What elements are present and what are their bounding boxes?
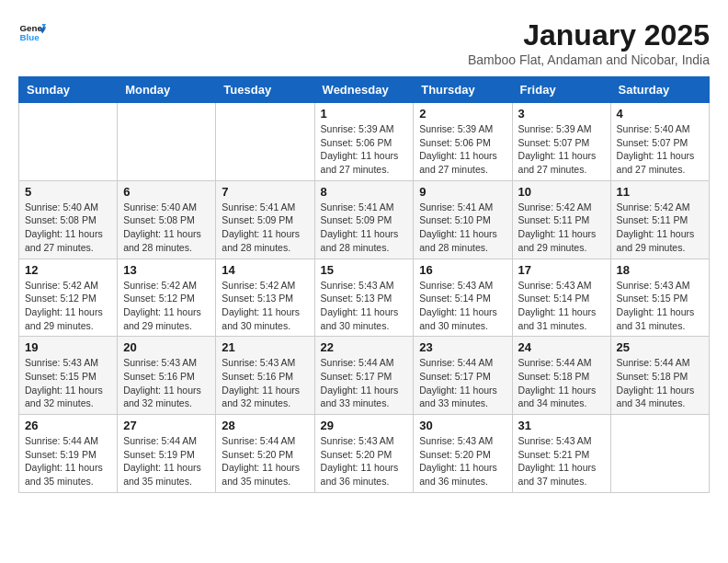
calendar-cell: 28Sunrise: 5:44 AM Sunset: 5:20 PM Dayli…: [216, 415, 314, 493]
weekday-header-wednesday: Wednesday: [314, 77, 414, 103]
day-detail: Sunrise: 5:42 AM Sunset: 5:12 PM Dayligh…: [25, 279, 111, 333]
day-detail: Sunrise: 5:39 AM Sunset: 5:06 PM Dayligh…: [419, 122, 506, 177]
weekday-header-friday: Friday: [512, 77, 610, 103]
calendar-cell: 16Sunrise: 5:43 AM Sunset: 5:14 PM Dayli…: [414, 259, 512, 337]
calendar-week-row: 1Sunrise: 5:39 AM Sunset: 5:06 PM Daylig…: [19, 103, 710, 181]
calendar-cell: 13Sunrise: 5:42 AM Sunset: 5:12 PM Dayli…: [118, 259, 216, 337]
day-detail: Sunrise: 5:44 AM Sunset: 5:19 PM Dayligh…: [25, 434, 111, 488]
day-number: 7: [222, 185, 308, 199]
day-detail: Sunrise: 5:42 AM Sunset: 5:11 PM Dayligh…: [518, 201, 605, 255]
day-number: 2: [419, 107, 506, 121]
calendar-cell: 18Sunrise: 5:43 AM Sunset: 5:15 PM Dayli…: [610, 259, 709, 337]
day-number: 12: [25, 263, 111, 277]
calendar-cell: 9Sunrise: 5:41 AM Sunset: 5:10 PM Daylig…: [414, 180, 512, 259]
day-detail: Sunrise: 5:44 AM Sunset: 5:20 PM Dayligh…: [222, 434, 308, 488]
day-detail: Sunrise: 5:44 AM Sunset: 5:18 PM Dayligh…: [617, 356, 703, 410]
calendar-cell: 23Sunrise: 5:44 AM Sunset: 5:17 PM Dayli…: [414, 337, 512, 415]
day-number: 10: [518, 185, 605, 199]
calendar-cell: 3Sunrise: 5:39 AM Sunset: 5:07 PM Daylig…: [512, 103, 610, 181]
day-number: 13: [123, 263, 210, 277]
day-detail: Sunrise: 5:41 AM Sunset: 5:10 PM Dayligh…: [419, 201, 506, 255]
calendar-cell: 7Sunrise: 5:41 AM Sunset: 5:09 PM Daylig…: [216, 180, 314, 259]
calendar-cell: 20Sunrise: 5:43 AM Sunset: 5:16 PM Dayli…: [118, 337, 216, 415]
day-number: 8: [321, 185, 408, 199]
logo-icon: General Blue: [18, 18, 46, 46]
day-number: 14: [222, 263, 308, 277]
day-detail: Sunrise: 5:44 AM Sunset: 5:18 PM Dayligh…: [518, 356, 605, 410]
calendar-cell: 8Sunrise: 5:41 AM Sunset: 5:09 PM Daylig…: [314, 180, 414, 259]
day-number: 27: [123, 419, 210, 432]
day-detail: Sunrise: 5:42 AM Sunset: 5:13 PM Dayligh…: [222, 279, 308, 333]
day-number: 20: [123, 340, 210, 354]
day-detail: Sunrise: 5:43 AM Sunset: 5:16 PM Dayligh…: [123, 356, 210, 410]
day-detail: Sunrise: 5:40 AM Sunset: 5:08 PM Dayligh…: [25, 201, 111, 255]
day-detail: Sunrise: 5:42 AM Sunset: 5:11 PM Dayligh…: [617, 201, 703, 255]
day-detail: Sunrise: 5:39 AM Sunset: 5:07 PM Dayligh…: [518, 122, 605, 177]
day-number: 22: [321, 340, 408, 354]
day-number: 1: [321, 107, 408, 121]
month-title: January 2025: [468, 18, 710, 52]
calendar-cell: 26Sunrise: 5:44 AM Sunset: 5:19 PM Dayli…: [19, 415, 118, 493]
calendar-cell: 12Sunrise: 5:42 AM Sunset: 5:12 PM Dayli…: [19, 259, 118, 337]
day-number: 24: [518, 340, 605, 354]
calendar-cell: 11Sunrise: 5:42 AM Sunset: 5:11 PM Dayli…: [610, 180, 709, 259]
svg-text:Blue: Blue: [20, 32, 40, 42]
day-detail: Sunrise: 5:44 AM Sunset: 5:19 PM Dayligh…: [123, 434, 210, 488]
weekday-header-saturday: Saturday: [610, 77, 709, 103]
day-detail: Sunrise: 5:43 AM Sunset: 5:21 PM Dayligh…: [518, 434, 605, 488]
calendar-cell: 21Sunrise: 5:43 AM Sunset: 5:16 PM Dayli…: [216, 337, 314, 415]
calendar-cell: 1Sunrise: 5:39 AM Sunset: 5:06 PM Daylig…: [314, 103, 414, 181]
weekday-header-tuesday: Tuesday: [216, 77, 314, 103]
day-detail: Sunrise: 5:43 AM Sunset: 5:20 PM Dayligh…: [321, 434, 408, 488]
calendar-cell: [610, 415, 709, 493]
day-number: 6: [123, 185, 210, 199]
calendar-cell: 30Sunrise: 5:43 AM Sunset: 5:20 PM Dayli…: [414, 415, 512, 493]
calendar-cell: 19Sunrise: 5:43 AM Sunset: 5:15 PM Dayli…: [19, 337, 118, 415]
calendar-cell: 29Sunrise: 5:43 AM Sunset: 5:20 PM Dayli…: [314, 415, 414, 493]
day-detail: Sunrise: 5:43 AM Sunset: 5:20 PM Dayligh…: [419, 434, 506, 488]
day-number: 28: [222, 419, 308, 432]
day-detail: Sunrise: 5:39 AM Sunset: 5:06 PM Dayligh…: [321, 122, 408, 177]
calendar-week-row: 12Sunrise: 5:42 AM Sunset: 5:12 PM Dayli…: [19, 259, 710, 337]
calendar-cell: [216, 103, 314, 181]
calendar-cell: 6Sunrise: 5:40 AM Sunset: 5:08 PM Daylig…: [118, 180, 216, 259]
calendar-cell: 2Sunrise: 5:39 AM Sunset: 5:06 PM Daylig…: [414, 103, 512, 181]
day-number: 18: [617, 263, 703, 277]
weekday-header-thursday: Thursday: [414, 77, 512, 103]
calendar-week-row: 26Sunrise: 5:44 AM Sunset: 5:19 PM Dayli…: [19, 415, 710, 493]
day-detail: Sunrise: 5:44 AM Sunset: 5:17 PM Dayligh…: [419, 356, 506, 410]
day-number: 5: [25, 185, 111, 199]
calendar-cell: [118, 103, 216, 181]
calendar-cell: 14Sunrise: 5:42 AM Sunset: 5:13 PM Dayli…: [216, 259, 314, 337]
calendar-cell: 15Sunrise: 5:43 AM Sunset: 5:13 PM Dayli…: [314, 259, 414, 337]
calendar-cell: 5Sunrise: 5:40 AM Sunset: 5:08 PM Daylig…: [19, 180, 118, 259]
day-detail: Sunrise: 5:41 AM Sunset: 5:09 PM Dayligh…: [222, 201, 308, 255]
day-number: 15: [321, 263, 408, 277]
calendar-week-row: 5Sunrise: 5:40 AM Sunset: 5:08 PM Daylig…: [19, 180, 710, 259]
day-number: 9: [419, 185, 506, 199]
day-detail: Sunrise: 5:43 AM Sunset: 5:15 PM Dayligh…: [25, 356, 111, 410]
day-detail: Sunrise: 5:43 AM Sunset: 5:15 PM Dayligh…: [617, 279, 703, 333]
day-number: 16: [419, 263, 506, 277]
calendar-table: SundayMondayTuesdayWednesdayThursdayFrid…: [18, 76, 710, 493]
day-detail: Sunrise: 5:43 AM Sunset: 5:13 PM Dayligh…: [321, 279, 408, 333]
weekday-header-monday: Monday: [118, 77, 216, 103]
weekday-header-row: SundayMondayTuesdayWednesdayThursdayFrid…: [19, 77, 710, 103]
day-number: 19: [25, 340, 111, 354]
day-number: 11: [617, 185, 703, 199]
calendar-cell: 25Sunrise: 5:44 AM Sunset: 5:18 PM Dayli…: [610, 337, 709, 415]
day-detail: Sunrise: 5:44 AM Sunset: 5:17 PM Dayligh…: [321, 356, 408, 410]
calendar-cell: 27Sunrise: 5:44 AM Sunset: 5:19 PM Dayli…: [118, 415, 216, 493]
day-detail: Sunrise: 5:40 AM Sunset: 5:07 PM Dayligh…: [617, 122, 703, 177]
day-number: 3: [518, 107, 605, 121]
day-number: 26: [25, 419, 111, 432]
day-number: 30: [419, 419, 506, 432]
day-number: 23: [419, 340, 506, 354]
calendar-cell: 4Sunrise: 5:40 AM Sunset: 5:07 PM Daylig…: [610, 103, 709, 181]
page-header: General Blue January 2025 Bamboo Flat, A…: [18, 18, 710, 67]
day-number: 25: [617, 340, 703, 354]
location: Bamboo Flat, Andaman and Nicobar, India: [468, 52, 710, 67]
day-detail: Sunrise: 5:42 AM Sunset: 5:12 PM Dayligh…: [123, 279, 210, 333]
weekday-header-sunday: Sunday: [19, 77, 118, 103]
day-number: 29: [321, 419, 408, 432]
